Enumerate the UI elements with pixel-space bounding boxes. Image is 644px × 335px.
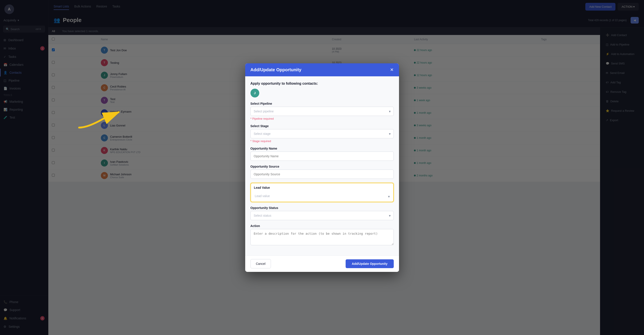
add-update-opportunity-modal: Add/Update Opportunity ✕ Apply opportuni… (245, 63, 399, 272)
pipeline-select-wrapper: Select pipeline ▾ (250, 107, 394, 116)
modal-footer: Cancel Add/Update Opportunity (245, 255, 399, 272)
opportunity-name-label: Opportunity Name (250, 147, 394, 150)
lead-value-select[interactable]: Lead value (252, 192, 392, 200)
status-select[interactable]: Select status (250, 211, 394, 220)
select-stage-field: Select Stage Select stage ▾ Stage requir… (250, 124, 394, 143)
action-textarea[interactable] (250, 229, 394, 245)
lead-value-select-wrapper: Lead value ▾ (251, 192, 393, 201)
opportunity-status-label: Opportunity Status (250, 206, 394, 210)
opportunity-name-input[interactable] (250, 152, 394, 161)
pipeline-label: Select Pipeline (250, 102, 394, 105)
contact-avatar: J (250, 89, 259, 97)
status-select-wrapper: Select status ▾ (250, 211, 394, 220)
stage-select[interactable]: Select stage (250, 129, 394, 138)
modal-subtitle: Apply opportunity to following contacts: (250, 82, 394, 86)
pipeline-select[interactable]: Select pipeline (250, 107, 394, 116)
lead-value-label: Lead Value (251, 184, 393, 190)
modal-header: Add/Update Opportunity ✕ (245, 63, 399, 76)
stage-select-wrapper: Select stage ▾ (250, 129, 394, 138)
lead-value-field: Lead Value Lead value ▾ (250, 183, 394, 202)
opportunity-source-label: Opportunity Source (250, 165, 394, 168)
submit-button[interactable]: Add/Update Opportunity (346, 259, 394, 268)
modal-body: Apply opportunity to following contacts:… (245, 76, 399, 255)
stage-label: Select Stage (250, 124, 394, 128)
action-field: Action (250, 224, 394, 246)
action-label: Action (250, 224, 394, 228)
cancel-button[interactable]: Cancel (250, 259, 271, 268)
modal-close-button[interactable]: ✕ (390, 68, 394, 72)
stage-error: Stage required (250, 139, 394, 143)
modal-title: Add/Update Opportunity (250, 67, 302, 72)
select-pipeline-field: Select Pipeline Select pipeline ▾ Pipeli… (250, 102, 394, 120)
opportunity-source-field: Opportunity Source (250, 165, 394, 179)
opportunity-name-field: Opportunity Name (250, 147, 394, 161)
opportunity-status-field: Opportunity Status Select status ▾ (250, 206, 394, 220)
opportunity-source-input[interactable] (250, 170, 394, 179)
pipeline-error: Pipeline required (250, 117, 394, 120)
